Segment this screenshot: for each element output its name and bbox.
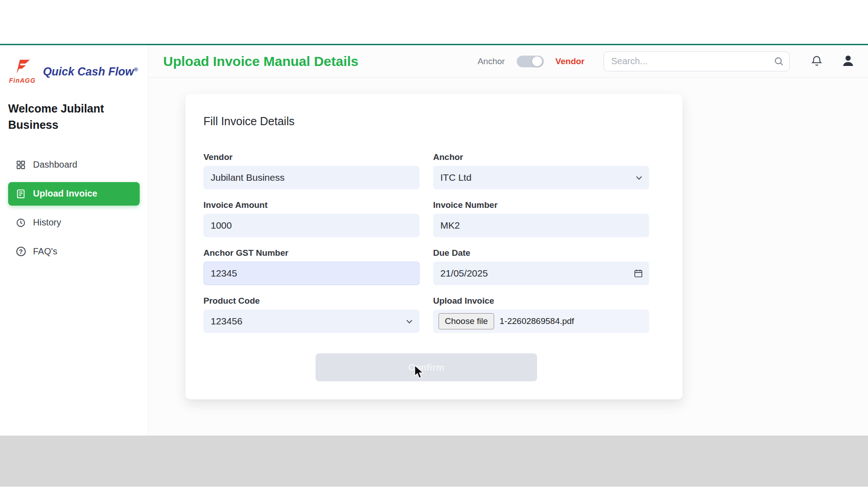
brand: FinAGG Quick Cash Flow® bbox=[8, 59, 140, 84]
invoice-amount-input[interactable] bbox=[203, 214, 420, 237]
invoice-amount-field: Invoice Amount bbox=[203, 200, 420, 237]
sidebar-item-label: Upload Invoice bbox=[33, 188, 97, 199]
main-header: Upload Invoice Manual Details Anchor Ven… bbox=[148, 45, 868, 78]
sidebar-item-faqs[interactable]: ? FAQ's bbox=[8, 240, 140, 263]
toggle-label-vendor: Vendor bbox=[556, 56, 585, 66]
product-code-field: Product Code 123456 bbox=[203, 296, 420, 333]
bell-icon bbox=[811, 55, 823, 68]
toggle-knob bbox=[532, 56, 542, 66]
due-date-input[interactable] bbox=[433, 262, 649, 285]
confirm-button[interactable]: Confirm bbox=[316, 353, 537, 381]
sidebar-item-label: History bbox=[33, 217, 61, 228]
registered-mark: ® bbox=[134, 66, 138, 72]
header-actions: Anchor Vendor bbox=[477, 52, 855, 71]
question-circle-icon: ? bbox=[15, 246, 26, 257]
brand-logo-text: FinAGG bbox=[9, 77, 36, 84]
profile-button[interactable] bbox=[841, 53, 855, 69]
chevron-down-icon bbox=[406, 318, 412, 324]
welcome-text: Welcome Jubilant Business bbox=[8, 100, 121, 133]
choose-file-button[interactable]: Choose file bbox=[439, 313, 494, 329]
invoice-amount-label: Invoice Amount bbox=[203, 200, 420, 210]
anchor-vendor-toggle[interactable] bbox=[517, 56, 544, 67]
product-code-select[interactable]: 123456 bbox=[203, 310, 420, 333]
anchor-gst-label: Anchor GST Number bbox=[203, 248, 420, 258]
page-body: FinAGG Quick Cash Flow® Welcome Jubilant… bbox=[0, 45, 868, 436]
notifications-button[interactable] bbox=[811, 55, 823, 68]
anchor-label: Anchor bbox=[433, 152, 649, 162]
sidebar-item-upload-invoice[interactable]: Upload Invoice bbox=[8, 182, 140, 206]
invoice-number-label: Invoice Number bbox=[433, 200, 649, 210]
toggle-label-anchor: Anchor bbox=[477, 56, 505, 66]
due-date-field: Due Date bbox=[433, 248, 649, 285]
sidebar-item-dashboard[interactable]: Dashboard bbox=[8, 153, 140, 177]
product-code-label: Product Code bbox=[203, 296, 420, 306]
invoice-details-card: Fill Invoice Details Vendor Anchor ITC L… bbox=[185, 94, 683, 399]
chevron-down-icon bbox=[636, 174, 642, 180]
invoice-document-icon bbox=[15, 188, 26, 199]
finagg-logo-icon bbox=[13, 59, 31, 76]
brand-mark: FinAGG bbox=[9, 59, 36, 84]
clock-icon bbox=[15, 217, 26, 228]
sidebar-nav: Dashboard Upload Invoice History bbox=[8, 153, 140, 263]
vendor-input[interactable] bbox=[203, 166, 420, 189]
product-code-selected-value: 123456 bbox=[211, 316, 242, 327]
brand-name: Quick Cash Flow® bbox=[43, 65, 138, 78]
sidebar: FinAGG Quick Cash Flow® Welcome Jubilant… bbox=[0, 45, 148, 436]
due-date-label: Due Date bbox=[433, 248, 649, 258]
invoice-number-input[interactable] bbox=[433, 214, 649, 237]
sidebar-item-history[interactable]: History bbox=[8, 211, 140, 235]
main-content: Upload Invoice Manual Details Anchor Ven… bbox=[148, 45, 868, 436]
anchor-selected-value: ITC Ltd bbox=[440, 172, 472, 183]
upload-invoice-file-control[interactable]: Choose file 1-22602869584.pdf bbox=[433, 310, 649, 333]
invoice-number-field: Invoice Number bbox=[433, 200, 649, 237]
vendor-field: Vendor bbox=[203, 152, 420, 189]
anchor-field: Anchor ITC Ltd bbox=[433, 152, 649, 189]
page-title: Upload Invoice Manual Details bbox=[163, 54, 359, 69]
card-title: Fill Invoice Details bbox=[203, 115, 649, 128]
search-icon bbox=[774, 56, 784, 69]
search-input[interactable] bbox=[604, 52, 790, 71]
anchor-gst-field: Anchor GST Number bbox=[203, 248, 420, 285]
sidebar-item-label: FAQ's bbox=[33, 246, 57, 257]
anchor-select[interactable]: ITC Ltd bbox=[433, 166, 649, 189]
vendor-label: Vendor bbox=[203, 152, 420, 162]
uploaded-filename: 1-22602869584.pdf bbox=[500, 316, 574, 326]
sidebar-item-label: Dashboard bbox=[33, 160, 77, 170]
top-band bbox=[0, 0, 868, 45]
upload-invoice-label: Upload Invoice bbox=[433, 296, 649, 306]
invoice-form: Vendor Anchor ITC Ltd Invoice Amount Inv… bbox=[203, 152, 649, 333]
upload-invoice-field: Upload Invoice Choose file 1-22602869584… bbox=[433, 296, 649, 333]
dashboard-grid-icon bbox=[15, 160, 26, 170]
search-box bbox=[604, 52, 790, 71]
user-avatar-icon bbox=[841, 53, 855, 69]
anchor-gst-input[interactable] bbox=[203, 262, 420, 285]
footer-band bbox=[0, 436, 868, 487]
